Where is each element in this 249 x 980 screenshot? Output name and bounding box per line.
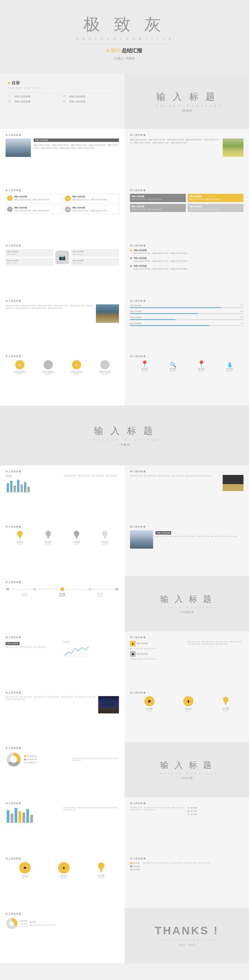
bar2-text: 请输入您的文字内容，请输入您的文字内容，请输入您的文字内容，请输入您的文字内容，…	[64, 807, 119, 824]
night-layout: 请输入您的文字内容，请输入您的文字内容，请输入您的文字内容，请输入您的文字内容，…	[6, 696, 119, 713]
menu-num-1: 01	[8, 95, 13, 97]
icon-circle-4: ●	[65, 207, 71, 212]
pin-item-4: 💧 输入标题 输入文字	[227, 362, 233, 372]
darkbox-3: 请输入您的标题 请输入您的文字内容，请输入您的文字内容	[130, 204, 186, 212]
row-10: 录 入 您 的 标 题 输入标题输入文字 输入标题输入文字 输入标题	[0, 576, 249, 632]
circle-row: ★ 请输入您的标题 输入文字 3 请输入您的标题 输入文字 ♦ 请输入您的标题 …	[6, 360, 119, 375]
slide-barchart2: 录 入 您 的 标 题 请输入您的文字内容，请输入您的文字内容，请输入您的文字内…	[0, 797, 124, 853]
camera-box-1: 请输入您的标题 请输入文字内容	[6, 249, 53, 257]
progress-item-2: 请输入您的标题 60%	[130, 310, 243, 315]
subtitle-en: R E P L A C E Y O U R T I T L E	[76, 37, 173, 41]
il2-item-2: 输入标题	[188, 810, 243, 812]
slide-one-title: 输 入 标 题 r e p l a c e h e a d i n g s •O…	[124, 74, 249, 129]
pie-layout: 输入标题 35% 输入标题 40% 输入标题 25% 请输入您的文字内容，请输入…	[6, 751, 119, 768]
chart-text-layout: 数据标题 请输入您的文字内容，请输入您的文字内容，请输入您的文字内容，	[6, 475, 119, 493]
slide-iconlist2: 录 入 您 的 标 题 请输入您的文字内容，请输入您的文字内容，请输入您的文字内…	[124, 797, 249, 853]
sc-left: 输入标题 输入标题 输入标题	[130, 862, 140, 871]
slide-lineitems: 录 入 您 的 标 题 请输入您的标题 请输入您的文字内容，请输入您的文字内容，…	[124, 240, 249, 295]
smallpie-legend: ● 输入标题 ● 输入标题 ● 输入标题	[19, 920, 27, 928]
gray-circle-4: ○	[100, 360, 110, 369]
section-one-num: •ONE	[181, 109, 193, 113]
image-night	[98, 696, 119, 713]
sec-title-20: 录 入 您 的 标 题	[6, 746, 119, 749]
body-text-1: 请输入您的文字内容，请输入您的文字内容，请输入您的文字内容，请输入您的文字内容，…	[34, 144, 119, 150]
menu-title: 目录	[11, 80, 20, 86]
sc-text: 请输入您的文字内容，请输入您的文字内容，请输入您的文字内容，请输入您的文字内容，…	[142, 862, 243, 871]
pie-text: 请输入您的文字内容，请输入您的文字内容，请输入您的文字内容，请输入您的文字内容	[73, 757, 119, 762]
il2-item-3: 输入标题	[188, 813, 243, 816]
infobox-3: 3 请输入您的标题 请输入您的文字内容，请输入您的文字内容	[6, 205, 61, 214]
il2-item-1: 输入标题	[188, 807, 243, 809]
linechart-tag: 请输入您的标题	[6, 642, 19, 645]
row-14: 录 入 您 的 标 题 请输入您的文字内容，请输入您的文字内容，请输入您的文字内…	[0, 797, 249, 853]
pin-icon-1: 📍	[140, 360, 149, 368]
large-circles-row: ★ 输入标题 输入文字 ♦ 输入标题 输入文字 输入标题 输入文字	[6, 862, 119, 879]
menu-num-2: 02	[63, 95, 68, 97]
bar2-chart	[6, 807, 61, 824]
small-pie-svg	[6, 917, 18, 930]
sec-title-2: 录 入 您 的 标 题	[130, 134, 243, 137]
menu-grid: 01 请输入您的标题 02 请输入您的标题 03 请输入您的标题 04 请输入您…	[8, 95, 116, 103]
iconlist2-text: 请输入您的文字内容，请输入您的文字内容，请输入您的文字内容，请输入您的文字内容，…	[130, 807, 186, 816]
timeline-arrow-left	[6, 588, 9, 591]
timeline-row	[6, 587, 119, 591]
section-one-en: r e p l a c e h e a d i n g s	[152, 104, 222, 107]
bar-chart-2-svg	[6, 807, 33, 823]
tl-label-2: 输入标题输入文字	[59, 593, 65, 597]
section-four-num: •FOUR	[180, 776, 193, 780]
sec-title-12: 录 入 您 的 标 题	[130, 470, 243, 473]
big-circle-2: ♦	[183, 696, 193, 706]
section-two-title: 输 入 标 题	[94, 425, 155, 437]
section-label: 目录	[8, 80, 116, 86]
lg-pin-yellow	[97, 862, 105, 873]
lineitem-1: 请输入您的标题 请输入您的文字内容，请输入您的文字内容，请输入您的文字内容	[130, 249, 243, 255]
it-icon-2: ◆	[130, 651, 136, 657]
sec-title-22: 录 入 您 的 标 题	[130, 802, 243, 805]
thanks-text: THANKS !	[155, 924, 219, 937]
slide-content-1: 录 入 您 的 标 题 请输入您的标题 请输入您的文字内容，请输入您的文字内容，…	[0, 129, 124, 185]
svg-marker-16	[6, 588, 9, 591]
tl-label-1: 输入标题输入文字	[22, 593, 27, 597]
svg-rect-3	[17, 480, 19, 492]
svg-rect-27	[22, 813, 25, 823]
sec-title-4: 录 入 您 的 标 题	[130, 189, 243, 192]
it-text-1: 请输入您的文字内容，请输入您的文字内容	[130, 648, 186, 650]
darkbox-2: 请输入您的标题 请输入您的文字内容，请输入您的文字内容	[188, 194, 243, 202]
photo-dark	[223, 475, 243, 491]
water-tag: 请输入您的标题	[155, 531, 171, 535]
row-7: 录 入 您 的 标 题 ★ 请输入您的标题 输入文字 3 请输入您的标题 输入文…	[0, 350, 249, 406]
mountains-layout: 请输入您的文字内容，请输入您的文字内容，请输入您的文字内容，请输入您的文字内容，…	[6, 304, 119, 323]
slide-photo-text: 录 入 您 的 标 题 请输入您的文字内容，请输入您的文字内容，请输入您的文字内…	[124, 465, 249, 521]
camera-icon-box: 📷	[55, 250, 69, 264]
slide-mountains: 录 入 您 的 标 题 请输入您的文字内容，请输入您的文字内容，请输入您的文字内…	[0, 295, 124, 350]
slide-large-circles: 录 入 您 的 标 题 ★ 输入标题 输入文字 ♦ 输入标题 输入文字	[0, 853, 124, 908]
pin-row: 📍 输入标题 输入文字 🔍 输入标题 输入文字 📍 输入标题 输入文字 💧 输入…	[130, 360, 243, 372]
timeline-line-2	[36, 589, 61, 589]
progress-item-3: 请输入您的标题 40%	[130, 317, 243, 321]
sc-item-2: 输入标题	[130, 865, 140, 867]
svg-rect-2	[14, 485, 16, 492]
darkbox-1: 请输入您的标题 请输入您的文字内容，请输入您的文字内容	[130, 194, 186, 202]
slide-content-2: 录 入 您 的 标 题 请输入您的文字内容，请输入您的文字内容，请输入您的文字内…	[124, 129, 249, 185]
infobox-1: 1 请输入您的标题 请输入您的文字内容，请输入您的文字内容	[6, 194, 61, 203]
night-text: 请输入您的文字内容，请输入您的文字内容，请输入您的文字内容，请输入您的文字内容，…	[6, 696, 96, 713]
lg-circle-1: ★ 输入标题 输入文字	[19, 862, 31, 879]
slide-nightphoto: 录 入 您 的 标 题 请输入您的文字内容，请输入您的文字内容，请输入您的文字内…	[0, 687, 124, 742]
slide-bigicons: 录 入 您 的 标 题 ★ 输入标题 输入文字 ♦ 输入标题 输入文字	[124, 687, 249, 742]
progress-item-4: 请输入您的标题 70%	[130, 322, 243, 326]
svg-marker-32	[99, 868, 103, 873]
svg-rect-23	[7, 810, 10, 823]
lineitem-text-2: 请输入您的标题 请输入您的文字内容，请输入您的文字内容，请输入您的文字内容	[134, 257, 187, 263]
slide-chart1: 录 入 您 的 标 题 数据标题	[0, 465, 124, 521]
iconlist2-items: 输入标题 输入标题 输入标题	[188, 807, 243, 816]
cn-subtitle: 简约 总结汇报	[107, 47, 142, 54]
row-3: 录 入 您 的 标 题 请输入您的标题 请输入您的文字内容，请输入您的文字内容，…	[0, 129, 249, 185]
svg-rect-4	[21, 484, 23, 492]
smallpie-layout: ● 输入标题 ● 输入标题 ● 输入标题 输入标题 请输入您的文字内容，请输入您…	[6, 917, 119, 930]
slide-icontext: 录 入 您 的 标 题 ▲ 请输入您的标题 请输入您的文字内容，请输入您的文字内…	[124, 632, 249, 687]
legend-dot-2	[24, 759, 26, 760]
row-15: 录 入 您 的 标 题 ★ 输入标题 输入文字 ♦ 输入标题 输入文字	[0, 853, 249, 908]
svg-marker-9	[18, 535, 21, 539]
pin-icon-2: 🔍	[170, 362, 176, 368]
sec-title-15: 录 入 您 的 标 题	[6, 581, 119, 584]
